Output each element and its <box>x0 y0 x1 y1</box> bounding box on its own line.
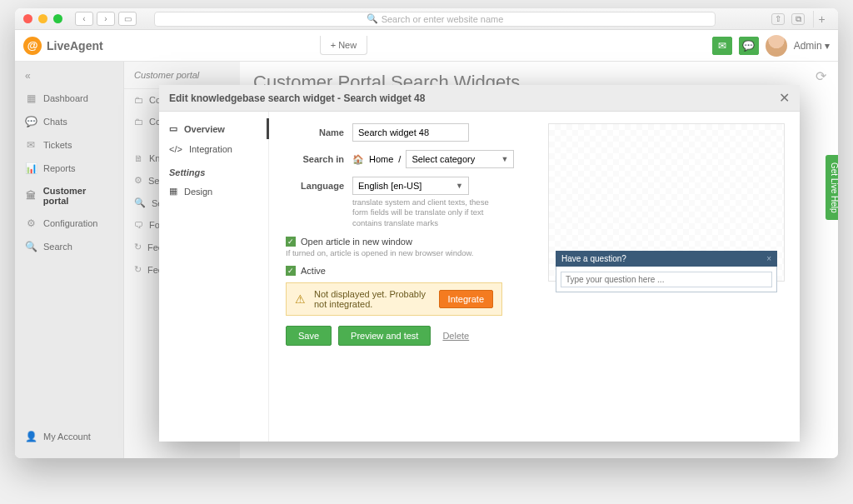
browser-window: ‹ › ▭ 🔍 Search or enter website name ⇧ ⧉… <box>15 8 838 458</box>
design-icon: ▦ <box>169 186 177 197</box>
widget-search-input[interactable] <box>561 272 772 287</box>
gear-icon: ⚙ <box>134 175 142 186</box>
widget-header: Have a question? × <box>556 251 777 267</box>
sidebar-item-account[interactable]: 👤My Account <box>15 425 123 448</box>
name-label: Name <box>286 123 352 137</box>
dashboard-icon: ▦ <box>25 92 37 104</box>
searchin-label: Search in <box>286 150 352 164</box>
toolbar-right: ⇧ ⧉ + <box>771 11 830 27</box>
forward-button[interactable]: › <box>97 12 115 26</box>
name-input[interactable] <box>352 123 469 142</box>
titlebar: ‹ › ▭ 🔍 Search or enter website name ⇧ ⧉… <box>15 8 838 30</box>
share-icon[interactable]: ⇧ <box>771 13 785 25</box>
ticket-icon: ✉ <box>25 139 37 151</box>
slash: / <box>398 154 401 164</box>
forum-icon: 🗨 <box>134 220 143 230</box>
chevron-down-icon: ▼ <box>456 182 463 190</box>
widget-body <box>556 267 777 292</box>
language-label: Language <box>286 177 352 191</box>
live-help-tab[interactable]: Get Live Help <box>826 155 838 220</box>
edit-widget-modal: Edit knowledgebase search widget - Searc… <box>159 85 800 442</box>
portal-icon: 🏛 <box>25 190 37 202</box>
preview-button[interactable]: Preview and test <box>338 326 431 346</box>
widget-close-icon[interactable]: × <box>766 254 771 263</box>
sidebar-toggle-button[interactable]: ▭ <box>118 12 137 26</box>
modal-form: Name Search in 🏠 Home / Select category … <box>269 112 800 442</box>
card-icon: ▭ <box>169 123 177 134</box>
delete-link[interactable]: Delete <box>442 331 469 341</box>
header-right: ✉ 💬 Admin ▾ <box>712 35 830 57</box>
sidebar-item-customer-portal[interactable]: 🏛Customer portal <box>15 180 123 212</box>
search-icon: 🔍 <box>134 197 146 208</box>
reports-icon: 📊 <box>25 162 37 174</box>
url-placeholder: Search or enter website name <box>382 14 504 24</box>
user-icon: 👤 <box>25 431 37 442</box>
sidebar-item-dashboard[interactable]: ▦Dashboard <box>15 87 123 110</box>
back-button[interactable]: ‹ <box>75 12 93 26</box>
search-icon: 🔍 <box>25 241 37 252</box>
nav-buttons: ‹ › ▭ <box>75 12 137 26</box>
sidebar-item-search[interactable]: 🔍Search <box>15 235 123 258</box>
category-dropdown[interactable]: Select category ▼ <box>406 150 514 168</box>
traffic-lights <box>23 14 62 23</box>
widget-preview: Have a question? × <box>556 251 777 292</box>
new-button-wrap: + New <box>320 36 368 55</box>
maximize-window[interactable] <box>53 14 62 23</box>
folder-icon: 🗀 <box>134 95 143 105</box>
folder-icon: 🗀 <box>134 117 143 127</box>
avatar[interactable] <box>766 35 787 57</box>
warning-box: ⚠ Not displayed yet. Probably not integr… <box>286 282 502 316</box>
feed-icon: ↻ <box>134 264 142 275</box>
collapse-icon[interactable]: « <box>15 65 123 87</box>
admin-menu[interactable]: Admin ▾ <box>794 40 830 52</box>
chat-icon: 💬 <box>25 116 37 127</box>
sidebar-item-reports[interactable]: 📊Reports <box>15 157 123 180</box>
home-icon: 🏠 <box>352 154 364 165</box>
sidebar-item-configuration[interactable]: ⚙Configuration <box>15 212 123 235</box>
preview-pane: Have a question? × <box>548 123 785 282</box>
language-help: translate system and client texts, these… <box>352 197 502 228</box>
modal-header: Edit knowledgebase search widget - Searc… <box>159 85 800 112</box>
close-icon[interactable]: ✕ <box>779 90 790 106</box>
app-name: LiveAgent <box>47 39 103 52</box>
new-button[interactable]: + New <box>320 36 368 55</box>
refresh-icon[interactable]: ⟳ <box>816 68 826 84</box>
warning-text: Not displayed yet. Probably not integrat… <box>314 289 431 309</box>
close-window[interactable] <box>23 14 32 23</box>
minimize-window[interactable] <box>38 14 47 23</box>
mail-button[interactable]: ✉ <box>712 37 732 55</box>
sidebar-item-chats[interactable]: 💬Chats <box>15 110 123 133</box>
modal-title: Edit knowledgebase search widget - Searc… <box>169 92 425 104</box>
tabs-icon[interactable]: ⧉ <box>791 13 805 25</box>
language-dropdown[interactable]: English [en-US] ▼ <box>352 177 469 195</box>
button-row: Save Preview and test Delete <box>286 326 783 346</box>
checkbox-icon: ✓ <box>286 266 296 276</box>
modal-tab-integration[interactable]: </>Integration <box>159 139 268 159</box>
code-icon: </> <box>169 144 182 154</box>
checkbox-icon: ✓ <box>286 237 296 247</box>
chat-button[interactable]: 💬 <box>739 37 759 55</box>
doc-icon: 🗎 <box>134 153 143 163</box>
save-button[interactable]: Save <box>286 326 332 346</box>
integrate-button[interactable]: Integrate <box>439 290 493 308</box>
modal-sidebar: ▭Overview </>Integration Settings ▦Desig… <box>159 112 269 442</box>
widget-title: Have a question? <box>561 254 626 263</box>
search-icon: 🔍 <box>367 13 378 24</box>
logo[interactable]: @ LiveAgent <box>23 37 103 55</box>
logo-badge-icon: @ <box>23 37 42 55</box>
chevron-down-icon: ▼ <box>501 155 508 163</box>
modal-tab-design[interactable]: ▦Design <box>159 181 268 202</box>
modal-section-settings: Settings <box>159 159 268 181</box>
feed-icon: ↻ <box>134 242 142 252</box>
new-tab-button[interactable]: + <box>813 11 830 27</box>
app-header: @ LiveAgent + New ✉ 💬 Admin ▾ <box>15 30 838 62</box>
modal-body: ▭Overview </>Integration Settings ▦Desig… <box>159 112 800 442</box>
sidebar-item-tickets[interactable]: ✉Tickets <box>15 133 123 157</box>
url-bar[interactable]: 🔍 Search or enter website name <box>154 12 716 27</box>
warning-icon: ⚠ <box>295 292 306 306</box>
gear-icon: ⚙ <box>25 217 37 229</box>
modal-tab-overview[interactable]: ▭Overview <box>159 118 269 139</box>
home-text: Home <box>369 154 393 164</box>
sidebar: « ▦Dashboard 💬Chats ✉Tickets 📊Reports 🏛C… <box>15 62 123 458</box>
app: @ LiveAgent + New ✉ 💬 Admin ▾ « ▦Dashboa… <box>15 30 838 458</box>
